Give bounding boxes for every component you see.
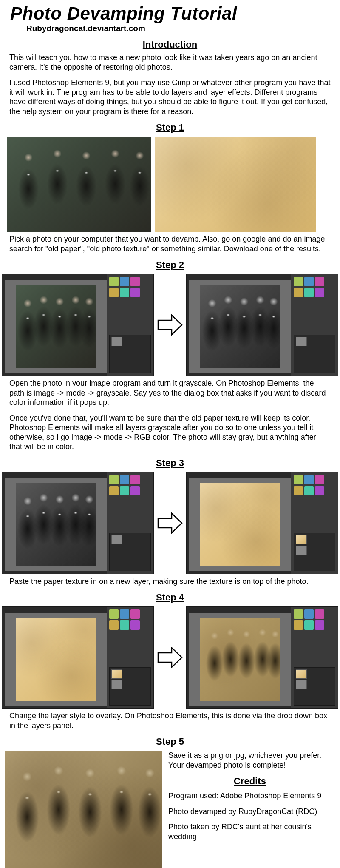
arrow-right-icon [157,314,183,336]
final-devamped-photo [5,751,162,868]
step4-paragraph-1: Change the layer style to overlay. On Ph… [9,711,331,730]
intro-text: This will teach you how to make a new ph… [0,52,340,120]
editor-screenshot-grayscale [186,274,338,376]
tutorial-document: Photo Devamping Tutorial Rubydragoncat.d… [0,0,340,868]
credits-line-2: Photo devamped by RubyDragonCat (RDC) [168,807,332,817]
svg-marker-2 [158,648,182,667]
step4-images [0,605,340,710]
step5-text-column: Save it as a png or jpg, whichever you p… [168,751,335,868]
arrow-right-icon [157,647,183,668]
editor-screenshot-paper-normal [2,606,154,709]
step4-text: Change the layer style to overlay. On Ph… [0,710,340,734]
intro-paragraph-1: This will teach you how to make a new ph… [9,53,331,72]
step3-paragraph-1: Paste the paper texture in on a new laye… [9,577,331,586]
heading-credits: Credits [168,776,332,787]
step1-paragraph-1: Pick a photo on your computer that you w… [9,234,331,253]
heading-step-3: Step 3 [0,458,340,469]
step2-text: Open the photo in your image program and… [0,378,340,456]
document-subtitle: Rubydragoncat.deviantart.com [0,24,340,37]
step1-images [0,135,340,233]
step3-text: Paste the paper texture in on a new laye… [0,576,340,591]
heading-step-2: Step 2 [0,259,340,270]
credits-line-1: Program used: Adobe Photoshop Elements 9 [168,791,332,801]
intro-paragraph-2: I used Photoshop Elements 9, but you may… [9,78,331,116]
step5-row: Save it as a png or jpg, whichever you p… [0,749,340,868]
step2-paragraph-2: Once you've done that, you'll want to be… [9,413,331,452]
step1-text: Pick a photo on your computer that you w… [0,233,340,258]
step5-paragraph-1: Save it as a png or jpg, whichever you p… [168,751,332,770]
svg-marker-1 [158,513,182,533]
step2-paragraph-1: Open the photo in your image program and… [9,379,331,407]
credits-line-3: Photo taken by RDC's aunt at her cousin'… [168,822,332,841]
original-photo-image [7,137,151,232]
editor-screenshot-paper-layer [186,472,338,574]
document-title: Photo Devamping Tutorial [0,0,340,24]
editor-screenshot-gray-base [2,472,154,574]
heading-introduction: Introduction [0,39,340,50]
arrow-right-icon [157,512,183,534]
heading-step-4: Step 4 [0,592,340,603]
svg-marker-0 [158,315,182,335]
paper-texture-image [155,137,316,232]
editor-screenshot-color [2,274,154,376]
step2-images [0,272,340,378]
heading-step-1: Step 1 [0,122,340,133]
step3-images [0,470,340,576]
editor-screenshot-overlay-result [186,606,338,709]
heading-step-5: Step 5 [0,736,340,747]
